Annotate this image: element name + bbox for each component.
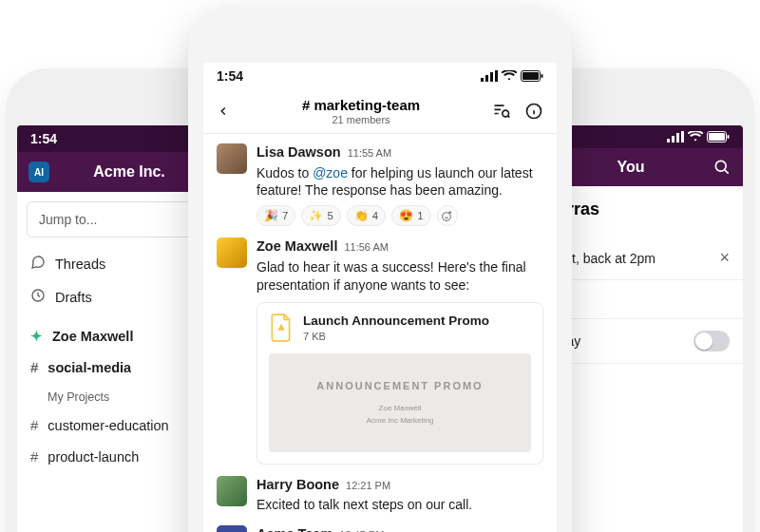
hash-icon: #	[30, 448, 38, 465]
file-preview: ANNOUNCEMENT PROMO Zoe Maxwell Acme Inc …	[269, 353, 531, 452]
filter-search-icon[interactable]	[492, 102, 511, 121]
file-attachment[interactable]: Launch Announcement Promo 7 KB ANNOUNCEM…	[256, 302, 543, 465]
reactions: 🎉7 ✨5 👏4 😍1	[256, 205, 543, 226]
message-author[interactable]: Zoe Maxwell	[256, 238, 337, 256]
sidebar-label: Zoe Maxwell	[52, 329, 133, 344]
avatar[interactable]	[217, 525, 247, 532]
info-icon[interactable]	[524, 102, 543, 121]
reaction[interactable]: ✨5	[301, 205, 340, 226]
sidebar-label: social-media	[48, 360, 131, 375]
status-time: 1:54	[30, 131, 57, 146]
reaction[interactable]: 😍1	[391, 205, 430, 226]
message-time: 11:56 AM	[344, 240, 388, 255]
sidebar-label: product-launch	[48, 449, 139, 465]
reaction[interactable]: 🎉7	[256, 205, 295, 226]
channel-title-wrap[interactable]: # marketing-team 21 members	[230, 97, 492, 125]
svg-rect-3	[676, 133, 679, 142]
phone-center: 1:54 # marketing-team 21 members	[188, 6, 572, 532]
message[interactable]: Harry Boone 12:21 PM Excited to talk nex…	[217, 476, 543, 514]
you-title: You	[549, 159, 712, 176]
svg-rect-10	[485, 75, 488, 82]
channel-name: marketing-team	[314, 97, 420, 113]
status-icons	[667, 131, 730, 142]
message-text: Excited to talk next steps on our call.	[256, 496, 543, 514]
svg-rect-7	[728, 135, 730, 139]
threads-icon	[30, 255, 46, 273]
message-text: Glad to hear it was a success! Here's th…	[256, 258, 543, 294]
clear-status-icon[interactable]: ×	[719, 248, 730, 268]
message-time: 12:21 PM	[346, 479, 390, 493]
message-time: 12:45 PM	[339, 528, 384, 532]
reaction[interactable]: 👏4	[347, 205, 386, 226]
avatar[interactable]	[217, 238, 247, 268]
svg-rect-9	[481, 78, 484, 82]
add-reaction-icon[interactable]	[437, 205, 458, 226]
svg-point-18	[443, 213, 451, 221]
sidebar-label: Drafts	[55, 290, 92, 305]
channel-members: 21 members	[230, 114, 492, 125]
channel-header: # marketing-team 21 members	[203, 89, 557, 134]
svg-rect-15	[542, 74, 543, 78]
message-author[interactable]: Harry Boone	[256, 476, 339, 495]
avatar[interactable]	[217, 143, 247, 174]
message-text: Kudos to @zoe for helping us launch our …	[256, 164, 543, 200]
svg-rect-12	[495, 70, 498, 82]
back-icon[interactable]	[217, 102, 230, 121]
svg-rect-14	[522, 72, 539, 80]
file-size: 7 KB	[303, 330, 489, 344]
avatar[interactable]	[217, 476, 247, 506]
hash-icon: #	[30, 359, 38, 375]
message-author[interactable]: Lisa Dawson	[256, 143, 341, 162]
file-title: Launch Announcement Promo	[303, 313, 489, 330]
drafts-icon	[30, 288, 46, 306]
svg-rect-6	[709, 133, 725, 141]
message[interactable]: Zoe Maxwell 11:56 AM Glad to hear it was…	[217, 238, 543, 464]
presence-icon: ✦	[30, 329, 43, 344]
svg-rect-4	[681, 131, 684, 142]
sidebar-label: customer-education	[48, 418, 168, 433]
sidebar-label: Threads	[55, 256, 105, 272]
hash-icon: #	[30, 417, 38, 433]
message[interactable]: Lisa Dawson 11:55 AM Kudos to @zoe for h…	[217, 143, 543, 226]
status-icons	[481, 70, 543, 82]
svg-rect-11	[490, 72, 493, 82]
workspace-name: Acme Inc.	[49, 163, 209, 180]
search-icon[interactable]	[712, 158, 732, 177]
svg-point-8	[715, 161, 726, 171]
hash-icon: #	[302, 97, 310, 113]
svg-rect-1	[667, 139, 670, 142]
status-bar: 1:54	[203, 63, 557, 89]
mention[interactable]: @zoe	[313, 165, 348, 180]
message-time: 11:55 AM	[348, 146, 391, 161]
file-type-icon	[269, 314, 294, 342]
status-time: 1:54	[217, 68, 243, 84]
svg-rect-2	[672, 136, 674, 142]
away-toggle[interactable]	[694, 331, 730, 352]
message-author[interactable]: Acme Team	[256, 525, 332, 532]
message[interactable]: Acme Team 12:45 PM	[217, 525, 543, 532]
workspace-icon: AI	[28, 162, 49, 182]
